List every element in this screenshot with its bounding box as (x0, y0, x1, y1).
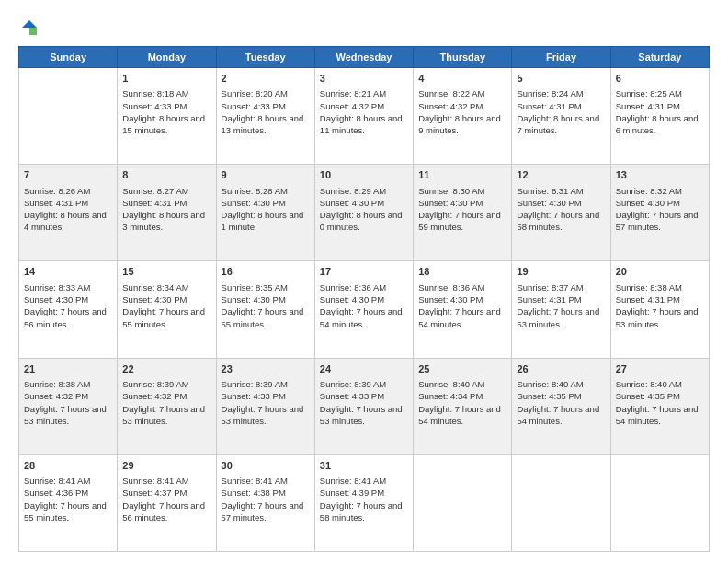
sunset-text: Sunset: 4:30 PM (616, 198, 680, 208)
sunrise-text: Sunrise: 8:37 AM (517, 282, 583, 293)
sunset-text: Sunset: 4:33 PM (222, 101, 286, 111)
day-number: 30 (222, 459, 310, 473)
calendar-cell: 17Sunrise: 8:36 AMSunset: 4:30 PMDayligh… (314, 261, 413, 358)
calendar-cell: 5Sunrise: 8:24 AMSunset: 4:31 PMDaylight… (512, 68, 610, 165)
sunset-text: Sunset: 4:30 PM (222, 198, 286, 208)
daylight-text: Daylight: 7 hours and 53 minutes. (122, 404, 205, 426)
calendar-cell: 13Sunrise: 8:32 AMSunset: 4:30 PMDayligh… (610, 165, 709, 261)
daylight-text: Daylight: 7 hours and 55 minutes. (122, 306, 205, 328)
sunrise-text: Sunrise: 8:40 AM (418, 379, 484, 389)
sunrise-text: Sunrise: 8:34 AM (122, 282, 188, 293)
sunset-text: Sunset: 4:35 PM (517, 391, 581, 401)
daylight-text: Daylight: 8 hours and 1 minute. (222, 210, 304, 232)
calendar-cell: 22Sunrise: 8:39 AMSunset: 4:32 PMDayligh… (118, 358, 216, 454)
header-tuesday: Tuesday (216, 47, 314, 68)
daylight-text: Daylight: 7 hours and 54 minutes. (418, 306, 501, 328)
sunset-text: Sunset: 4:30 PM (418, 198, 483, 208)
day-number: 6 (616, 72, 704, 86)
daylight-text: Daylight: 7 hours and 57 minutes. (616, 210, 699, 232)
daylight-text: Daylight: 8 hours and 13 minutes. (222, 113, 304, 135)
sunset-text: Sunset: 4:39 PM (320, 488, 384, 498)
daylight-text: Daylight: 7 hours and 56 minutes. (122, 500, 205, 523)
calendar-cell: 24Sunrise: 8:39 AMSunset: 4:33 PMDayligh… (314, 358, 413, 454)
calendar-cell: 6Sunrise: 8:25 AMSunset: 4:31 PMDaylight… (610, 68, 709, 165)
calendar-cell: 29Sunrise: 8:41 AMSunset: 4:37 PMDayligh… (118, 454, 216, 551)
sunset-text: Sunset: 4:31 PM (616, 294, 680, 304)
sunrise-text: Sunrise: 8:24 AM (517, 88, 583, 98)
daylight-text: Daylight: 8 hours and 11 minutes. (320, 113, 403, 135)
calendar-cell: 12Sunrise: 8:31 AMSunset: 4:30 PMDayligh… (512, 165, 610, 261)
day-number: 4 (418, 72, 506, 86)
day-number: 25 (418, 362, 506, 376)
sunrise-text: Sunrise: 8:27 AM (122, 186, 188, 196)
calendar-week-row: 1Sunrise: 8:18 AMSunset: 4:33 PMDaylight… (19, 68, 710, 165)
calendar-cell: 28Sunrise: 8:41 AMSunset: 4:36 PMDayligh… (19, 454, 118, 551)
day-number: 10 (320, 168, 408, 182)
daylight-text: Daylight: 8 hours and 7 minutes. (517, 113, 599, 135)
calendar-cell (610, 454, 709, 551)
day-number: 3 (320, 72, 408, 86)
header-wednesday: Wednesday (314, 47, 413, 68)
calendar-cell: 9Sunrise: 8:28 AMSunset: 4:30 PMDaylight… (216, 165, 314, 261)
daylight-text: Daylight: 7 hours and 53 minutes. (24, 404, 107, 426)
daylight-text: Daylight: 8 hours and 9 minutes. (418, 113, 501, 135)
sunset-text: Sunset: 4:38 PM (222, 488, 286, 498)
header-thursday: Thursday (414, 47, 512, 68)
weekday-header-row: Sunday Monday Tuesday Wednesday Thursday… (19, 47, 710, 68)
sunset-text: Sunset: 4:30 PM (320, 198, 384, 208)
day-number: 19 (517, 265, 605, 279)
calendar-cell: 20Sunrise: 8:38 AMSunset: 4:31 PMDayligh… (610, 261, 709, 358)
sunset-text: Sunset: 4:30 PM (320, 294, 384, 304)
header-sunday: Sunday (19, 47, 118, 68)
sunset-text: Sunset: 4:31 PM (24, 198, 88, 208)
calendar-week-row: 28Sunrise: 8:41 AMSunset: 4:36 PMDayligh… (19, 454, 710, 551)
daylight-text: Daylight: 8 hours and 6 minutes. (616, 113, 699, 135)
daylight-text: Daylight: 8 hours and 0 minutes. (320, 210, 403, 232)
sunrise-text: Sunrise: 8:36 AM (418, 282, 484, 293)
day-number: 21 (24, 362, 112, 376)
day-number: 11 (418, 168, 506, 182)
daylight-text: Daylight: 7 hours and 53 minutes. (222, 404, 304, 426)
calendar-cell: 23Sunrise: 8:39 AMSunset: 4:33 PMDayligh… (216, 358, 314, 454)
calendar-cell: 30Sunrise: 8:41 AMSunset: 4:38 PMDayligh… (216, 454, 314, 551)
day-number: 7 (24, 168, 112, 182)
sunset-text: Sunset: 4:32 PM (24, 391, 88, 401)
sunset-text: Sunset: 4:35 PM (616, 391, 680, 401)
calendar-cell: 14Sunrise: 8:33 AMSunset: 4:30 PMDayligh… (19, 261, 118, 358)
calendar-cell: 2Sunrise: 8:20 AMSunset: 4:33 PMDaylight… (216, 68, 314, 165)
sunrise-text: Sunrise: 8:41 AM (122, 476, 188, 486)
daylight-text: Daylight: 7 hours and 54 minutes. (517, 404, 599, 426)
sunrise-text: Sunrise: 8:41 AM (320, 476, 386, 486)
day-number: 14 (24, 265, 112, 279)
daylight-text: Daylight: 7 hours and 53 minutes. (616, 306, 699, 328)
calendar-cell: 16Sunrise: 8:35 AMSunset: 4:30 PMDayligh… (216, 261, 314, 358)
sunrise-text: Sunrise: 8:21 AM (320, 88, 386, 98)
sunrise-text: Sunrise: 8:38 AM (24, 379, 90, 389)
calendar-cell: 19Sunrise: 8:37 AMSunset: 4:31 PMDayligh… (512, 261, 610, 358)
sunrise-text: Sunrise: 8:28 AM (222, 186, 288, 196)
sunset-text: Sunset: 4:31 PM (517, 294, 581, 304)
daylight-text: Daylight: 8 hours and 3 minutes. (122, 210, 205, 232)
sunrise-text: Sunrise: 8:22 AM (418, 88, 484, 98)
day-number: 27 (616, 362, 704, 376)
sunset-text: Sunset: 4:36 PM (24, 488, 88, 498)
calendar-table: Sunday Monday Tuesday Wednesday Thursday… (18, 46, 710, 552)
sunrise-text: Sunrise: 8:30 AM (418, 186, 484, 196)
calendar-cell (414, 454, 512, 551)
sunrise-text: Sunrise: 8:40 AM (517, 379, 583, 389)
calendar-cell (512, 454, 610, 551)
day-number: 17 (320, 265, 408, 279)
sunset-text: Sunset: 4:31 PM (517, 101, 581, 111)
calendar-cell: 11Sunrise: 8:30 AMSunset: 4:30 PMDayligh… (414, 165, 512, 261)
day-number: 29 (122, 459, 210, 473)
sunrise-text: Sunrise: 8:29 AM (320, 186, 386, 196)
sunrise-text: Sunrise: 8:40 AM (616, 379, 682, 389)
calendar-cell: 7Sunrise: 8:26 AMSunset: 4:31 PMDaylight… (19, 165, 118, 261)
daylight-text: Daylight: 7 hours and 54 minutes. (616, 404, 699, 426)
calendar-cell: 10Sunrise: 8:29 AMSunset: 4:30 PMDayligh… (314, 165, 413, 261)
daylight-text: Daylight: 7 hours and 56 minutes. (24, 306, 107, 328)
day-number: 5 (517, 72, 605, 86)
day-number: 20 (616, 265, 704, 279)
sunset-text: Sunset: 4:32 PM (320, 101, 384, 111)
calendar-cell: 1Sunrise: 8:18 AMSunset: 4:33 PMDaylight… (118, 68, 216, 165)
